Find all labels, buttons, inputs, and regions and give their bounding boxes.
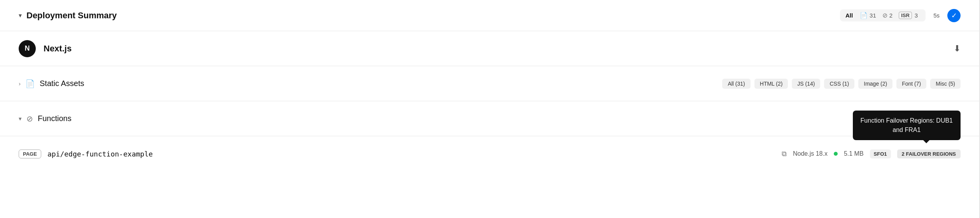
isr-badge: ISR (899, 12, 912, 19)
runtime-text: Node.js 18.x (793, 150, 828, 157)
block-icon: ⊘ (882, 12, 887, 19)
nextjs-row: N Next.js ⬇ (0, 31, 979, 66)
api-left: PAGE api/edge-function-example (19, 149, 782, 158)
tag-font[interactable]: Font (7) (896, 79, 926, 89)
static-assets-row: › 📄 Static Assets All (31) HTML (2) JS (… (0, 66, 979, 101)
api-entry-row: PAGE api/edge-function-example ⧉ Node.js… (0, 136, 979, 171)
nextjs-logo: N (19, 40, 36, 57)
file-count: 31 (870, 12, 876, 19)
nextjs-title: Next.js (44, 44, 72, 54)
static-assets-title: Static Assets (40, 79, 84, 88)
status-dot-icon (834, 152, 838, 156)
static-assets-left: › 📄 Static Assets (19, 79, 722, 88)
tooltip-line2: and FRA1 (892, 127, 920, 133)
page-badge: PAGE (19, 149, 41, 158)
time-badge: 5s (933, 12, 940, 19)
tag-js[interactable]: JS (14) (792, 79, 820, 89)
functions-chevron-icon[interactable]: ▾ (19, 115, 22, 122)
functions-row: ▾ ⊘ Functions (0, 101, 979, 136)
deployment-summary-header: ▾ Deployment Summary All 📄 31 ⊘ 2 ISR 3 … (0, 0, 979, 31)
api-right: ⧉ Node.js 18.x 5.1 MB SFO1 2 FAILOVER RE… (782, 149, 961, 158)
filter-block: ⊘ 2 (880, 12, 895, 19)
file-icon: 📄 (860, 12, 868, 19)
filter-bar: All 📄 31 ⊘ 2 ISR 3 (840, 9, 926, 21)
filter-isr: ISR 3 (896, 12, 920, 19)
static-assets-tags: All (31) HTML (2) JS (14) CSS (1) Image … (722, 79, 961, 89)
functions-lambda-icon: ⊘ (26, 114, 33, 123)
failover-badge[interactable]: 2 FAILOVER REGIONS (897, 149, 961, 158)
api-path: api/edge-function-example (47, 150, 153, 158)
tag-css[interactable]: CSS (1) (824, 79, 854, 89)
static-assets-chevron-icon[interactable]: › (19, 80, 21, 87)
page-title: Deployment Summary (26, 11, 117, 21)
failover-tooltip: Function Failover Regions: DUB1 and FRA1 (853, 111, 961, 140)
functions-left: ▾ ⊘ Functions (19, 114, 961, 123)
collapse-chevron-icon[interactable]: ▾ (19, 12, 22, 19)
header-left: ▾ Deployment Summary (19, 11, 840, 21)
header-right: All 📄 31 ⊘ 2 ISR 3 5s ✓ (840, 9, 961, 22)
block-count: 2 (889, 12, 892, 19)
success-check-icon: ✓ (947, 9, 961, 22)
download-icon[interactable]: ⬇ (954, 44, 961, 54)
file-size: 5.1 MB (844, 150, 864, 157)
functions-title: Functions (38, 114, 72, 123)
region-badge: SFO1 (870, 149, 891, 158)
static-assets-file-icon: 📄 (25, 79, 35, 88)
tag-misc[interactable]: Misc (5) (930, 79, 961, 89)
filter-files: 📄 31 (858, 12, 878, 19)
tooltip-line1: Function Failover Regions: DUB1 (861, 117, 953, 124)
copy-icon[interactable]: ⧉ (782, 150, 787, 158)
tag-html[interactable]: HTML (2) (754, 79, 788, 89)
tag-image[interactable]: Image (2) (858, 79, 892, 89)
nextjs-left: N Next.js (19, 40, 954, 57)
tag-all[interactable]: All (31) (722, 79, 750, 89)
isr-count: 3 (915, 12, 918, 19)
filter-all-label[interactable]: All (845, 12, 853, 19)
